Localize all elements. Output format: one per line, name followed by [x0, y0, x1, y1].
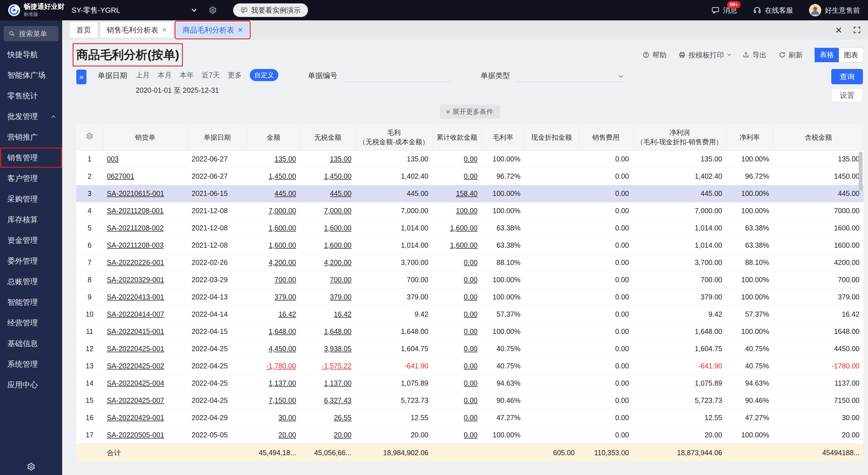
amount-link[interactable]: 1,600.00 — [269, 241, 296, 249]
doc-number-link[interactable]: SA-20220415-001 — [107, 327, 164, 335]
amount-link[interactable]: 1,137.00 — [324, 379, 351, 387]
amount-link[interactable]: 1,648.00 — [269, 327, 296, 335]
table-row[interactable]: 15SA-20220425-0072022-04-257,150.006,327… — [76, 392, 864, 409]
amount-link[interactable]: 1,600.00 — [450, 224, 477, 232]
sidebar-item-wholesale-mgmt[interactable]: 批发管理 — [0, 106, 62, 127]
tab-sales-gross-profit[interactable]: 销售毛利分析表× — [101, 22, 173, 38]
amount-link[interactable]: 20.00 — [334, 431, 351, 439]
column-settings-gear-icon[interactable] — [76, 124, 103, 150]
amount-link[interactable]: 0.00 — [464, 327, 477, 335]
date-quick-option[interactable]: 近7天 — [202, 70, 220, 80]
doc-number-link[interactable]: SA-20220414-007 — [107, 310, 164, 318]
amount-link[interactable]: 135.00 — [275, 155, 296, 163]
doc-number-link[interactable]: SA-20211208-003 — [107, 241, 164, 249]
amount-link[interactable]: 4,200.00 — [269, 259, 296, 266]
amount-link[interactable]: 7,150.00 — [269, 396, 296, 404]
amount-link[interactable]: 1,648.00 — [324, 327, 351, 335]
support-button[interactable]: 在线客服 — [753, 6, 793, 15]
amount-link[interactable]: 1,450.00 — [324, 172, 351, 180]
amount-link[interactable]: 0.00 — [464, 155, 477, 163]
doc-number-link[interactable]: SA-20211208-001 — [107, 207, 164, 215]
fullscreen-icon[interactable] — [853, 26, 861, 34]
search-menu[interactable]: 搜索菜单 — [4, 26, 59, 41]
doc-number-link[interactable]: SA-20220226-001 — [107, 259, 164, 266]
amount-link[interactable]: 26.55 — [334, 414, 351, 421]
column-header[interactable]: 累计收款金额 — [432, 124, 482, 150]
collapse-filters-button[interactable]: » — [76, 69, 87, 84]
sidebar-item-app-center[interactable]: 应用中心 — [0, 374, 62, 395]
sidebar-item-sales-mgmt[interactable]: 销售管理 — [0, 147, 62, 168]
org-select[interactable]: SY-零售-YGRL — [69, 5, 198, 15]
amount-link[interactable]: 0.00 — [464, 362, 477, 370]
column-header[interactable]: 无税金额 — [300, 124, 355, 150]
settings-button[interactable]: 设置 — [831, 88, 863, 102]
doc-number-link[interactable]: SA-20210615-001 — [107, 189, 164, 197]
table-row[interactable]: 6SA-20211208-0032021-12-081,600.001,600.… — [76, 237, 864, 254]
amount-link[interactable]: 158.40 — [456, 189, 477, 197]
table-row[interactable]: 17SA-20220505-0012022-05-0520.0020.0020.… — [76, 426, 864, 444]
amount-link[interactable]: 445.00 — [275, 189, 296, 197]
table-scrollbar[interactable] — [859, 152, 863, 459]
amount-link[interactable]: 3,938.05 — [324, 345, 351, 353]
tab-close-icon[interactable]: × — [162, 26, 167, 34]
amount-link[interactable]: 100.00 — [456, 207, 477, 215]
date-custom-option[interactable]: 自定义 — [250, 69, 278, 81]
date-range-value[interactable]: 2020-01-01 至 2025-12-31 — [135, 86, 278, 95]
table-row[interactable]: 5SA-20211208-0022021-12-081,600.001,600.… — [76, 219, 864, 237]
export-button[interactable]: 导出 — [742, 50, 767, 60]
amount-link[interactable]: 0.00 — [464, 379, 477, 387]
sidebar-item-customer-mgmt[interactable]: 客户管理 — [0, 168, 62, 188]
table-row[interactable]: 4SA-20211208-0012021-12-087,000.007,000.… — [76, 202, 864, 219]
table-row[interactable]: 10032022-06-27135.00135.00135.000.00100.… — [76, 150, 864, 168]
table-row[interactable]: 10SA-20220414-0072022-04-1416.4216.429.4… — [76, 306, 864, 323]
doc-number-link[interactable]: SA-20220329-001 — [107, 276, 164, 284]
sidebar-item-purchase-mgmt[interactable]: 采购管理 — [0, 188, 62, 209]
column-header[interactable]: 净利润 （毛利-现金折扣-销售费用） — [633, 124, 726, 150]
table-row[interactable]: 11SA-20220415-0012022-04-151,648.001,648… — [76, 323, 864, 340]
doc-number-link[interactable]: SA-20220413-001 — [107, 293, 164, 301]
amount-link[interactable]: 16.42 — [334, 310, 351, 318]
date-quick-option[interactable]: 上月 — [135, 70, 150, 80]
search-button[interactable]: 查询 — [831, 69, 863, 84]
doc-number-link[interactable]: 0627001 — [107, 172, 134, 180]
amount-link[interactable]: 0.00 — [464, 259, 477, 266]
amount-link[interactable]: -1,780.00 — [266, 362, 296, 370]
amount-link[interactable]: 7,000.00 — [269, 207, 296, 215]
table-row[interactable]: 16SA-20220429-0012022-04-2930.0026.5512.… — [76, 409, 864, 426]
column-header[interactable]: 销售费用 — [579, 124, 633, 150]
sidebar-item-system-mgmt[interactable]: 系统管理 — [0, 354, 62, 374]
sidebar-item-retail-stats[interactable]: 零售统计 — [0, 85, 62, 106]
doc-type-select[interactable] — [516, 69, 624, 82]
sidebar-item-agent-plaza[interactable]: 智能体广场 — [0, 65, 62, 85]
sidebar-item-ledger-mgmt[interactable]: 总账管理 — [0, 271, 62, 292]
scrollbar-thumb[interactable] — [859, 152, 863, 191]
amount-link[interactable]: 0.00 — [464, 414, 477, 421]
sidebar-item-quick-nav[interactable]: 快捷导航 — [0, 44, 62, 65]
sidebar-item-basic-info[interactable]: 基础信息 — [0, 333, 62, 354]
table-row[interactable]: 9SA-20220413-0012022-04-13379.00379.0037… — [76, 288, 864, 306]
column-header[interactable]: 现金折扣金额 — [524, 124, 579, 150]
doc-number-link[interactable]: SA-20220429-001 — [107, 414, 164, 421]
doc-no-input[interactable] — [344, 69, 451, 82]
column-header[interactable]: 金额 — [247, 124, 300, 150]
amount-link[interactable]: 1,450.00 — [269, 172, 296, 180]
amount-link[interactable]: 1,600.00 — [450, 241, 477, 249]
amount-link[interactable]: 0.00 — [464, 172, 477, 180]
amount-link[interactable]: -1,575.22 — [321, 362, 351, 370]
amount-link[interactable]: 0.00 — [464, 293, 477, 301]
sidebar-item-funds-mgmt[interactable]: 资金管理 — [0, 230, 62, 250]
table-row[interactable]: 7SA-20220226-0012022-02-264,200.004,200.… — [76, 254, 864, 271]
sidebar-gear-icon[interactable] — [27, 463, 35, 471]
refresh-button[interactable]: 刷新 — [778, 50, 803, 60]
print-by-template-button[interactable]: 按模板打印 — [678, 50, 731, 60]
demo-link[interactable]: 我要看实例演示 — [233, 3, 308, 17]
sidebar-item-marketing[interactable]: 营销推广 — [0, 127, 62, 147]
amount-link[interactable]: 379.00 — [330, 293, 351, 301]
expand-more-button[interactable]: 展开更多条件 — [440, 105, 500, 119]
table-row[interactable]: 3SA-20210615-0012021-06-15445.00445.0044… — [76, 185, 864, 202]
tab-close-icon[interactable]: × — [238, 26, 242, 34]
amount-link[interactable]: 1,600.00 — [324, 224, 351, 232]
doc-number-link[interactable]: 003 — [107, 155, 119, 163]
sidebar-item-intelligent-mgmt[interactable]: 智能管理 — [0, 292, 62, 313]
table-row[interactable]: 206270012022-06-271,450.001,450.001,402.… — [76, 168, 864, 185]
